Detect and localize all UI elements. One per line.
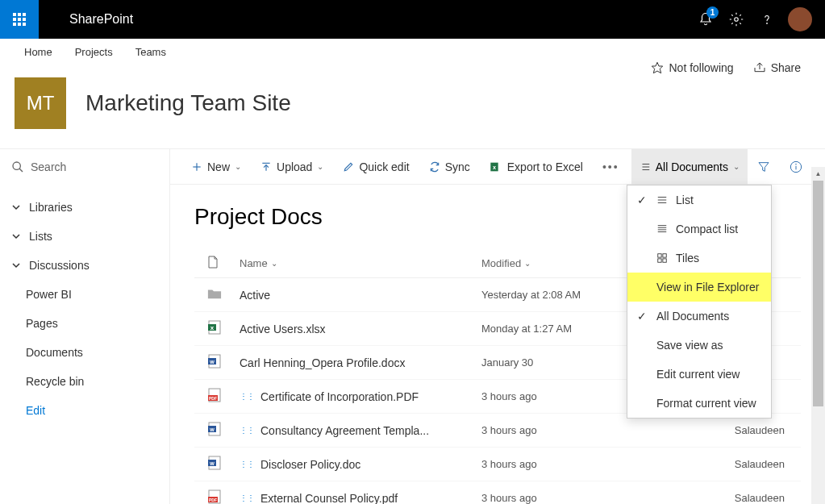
share-icon: [753, 61, 766, 74]
search-icon: [11, 160, 24, 173]
nav-section-label: Discussions: [29, 259, 90, 272]
follow-button[interactable]: Not following: [651, 61, 733, 74]
follow-share-row: Not following Share: [651, 61, 801, 74]
follow-label: Not following: [669, 61, 733, 74]
file-type-icon: PDF: [194, 388, 240, 405]
nav-item-recyclebin[interactable]: Recycle bin: [0, 367, 169, 396]
nav-item-powerbi[interactable]: Power BI: [0, 280, 169, 309]
app-launcher[interactable]: [0, 0, 39, 39]
site-logo[interactable]: MT: [15, 77, 66, 129]
filter-icon: [757, 160, 770, 173]
nav-item-pages[interactable]: Pages: [0, 309, 169, 338]
dd-save-as[interactable]: Save view as: [627, 331, 771, 360]
table-row[interactable]: w⋮⋮Consultancy Agreement Templa...3 hour…: [194, 414, 801, 448]
file-name[interactable]: ⋮⋮Discloser Policy.doc: [240, 458, 481, 471]
notifications-button[interactable]: 1: [696, 10, 715, 29]
file-icon: [207, 256, 219, 269]
dd-compact[interactable]: Compact list: [627, 215, 771, 244]
app-name[interactable]: SharePoint: [69, 12, 133, 27]
scroll-up-arrow[interactable]: ▲: [811, 167, 825, 181]
topnav-teams[interactable]: Teams: [135, 46, 166, 58]
svg-text:PDF: PDF: [209, 396, 217, 401]
svg-point-9: [735, 18, 739, 22]
nav-section-libraries[interactable]: Libraries: [0, 193, 169, 222]
upload-button[interactable]: Upload ⌄: [252, 149, 331, 185]
help-icon: [760, 12, 774, 27]
view-dropdown: ✓ List Compact list Tiles View in File E…: [627, 185, 772, 419]
file-name[interactable]: Active Users.xlsx: [240, 323, 481, 335]
modified-by: Salaudeen: [643, 458, 801, 470]
quick-edit-button[interactable]: Quick edit: [335, 149, 417, 185]
ellipsis-icon: •••: [602, 160, 619, 173]
new-button[interactable]: New ⌄: [183, 149, 249, 185]
vertical-scrollbar[interactable]: ▲: [811, 167, 825, 504]
svg-rect-36: [658, 259, 661, 262]
info-icon: [790, 160, 802, 173]
scroll-thumb[interactable]: [813, 181, 823, 406]
svg-marker-23: [759, 162, 769, 171]
file-type-icon: x: [194, 320, 240, 337]
file-type-icon: w: [194, 456, 240, 473]
file-name[interactable]: Active: [240, 289, 481, 302]
cmd-label: Upload: [277, 160, 312, 173]
settings-button[interactable]: [727, 10, 746, 29]
svg-rect-3: [13, 18, 16, 21]
table-row[interactable]: w⋮⋮Discloser Policy.doc3 hours agoSalaud…: [194, 448, 801, 481]
dd-tiles[interactable]: Tiles: [627, 244, 771, 273]
avatar[interactable]: [788, 7, 812, 31]
info-button[interactable]: [780, 149, 812, 185]
help-button[interactable]: [757, 10, 777, 29]
dd-edit-view[interactable]: Edit current view: [627, 360, 771, 389]
col-name-header[interactable]: Name ⌄: [240, 257, 481, 269]
nav-item-documents[interactable]: Documents: [0, 338, 169, 367]
dd-format-view[interactable]: Format current view: [627, 389, 771, 418]
modified-date: 3 hours ago: [481, 390, 643, 402]
search-box[interactable]: Search: [0, 149, 169, 185]
cmdbar-right: All Documents ⌄: [631, 149, 812, 185]
more-button[interactable]: •••: [594, 149, 627, 185]
suite-bar: SharePoint 1: [0, 0, 825, 39]
export-excel-button[interactable]: x Export to Excel: [481, 149, 591, 185]
col-type-icon[interactable]: [194, 256, 240, 271]
dd-label: Format current view: [656, 397, 756, 410]
dd-label: List: [676, 194, 694, 206]
tiles-icon: [656, 252, 668, 264]
filter-button[interactable]: [748, 149, 780, 185]
nav-section-lists[interactable]: Lists: [0, 222, 169, 251]
dd-label: Save view as: [656, 339, 723, 352]
nav-section-label: Libraries: [29, 201, 73, 214]
modified-date: January 30: [481, 356, 643, 369]
check-icon: ✓: [637, 194, 648, 206]
col-modified-header[interactable]: Modified ⌄: [481, 257, 643, 269]
svg-text:w: w: [209, 359, 215, 364]
dd-all-documents[interactable]: ✓ All Documents: [627, 302, 771, 331]
plus-icon: [191, 161, 202, 173]
view-selector[interactable]: All Documents ⌄: [631, 149, 748, 185]
file-name[interactable]: Carl Henning_Opera Profile.docx: [240, 356, 481, 369]
modified-date: 3 hours ago: [481, 458, 643, 470]
file-name[interactable]: ⋮⋮Consultancy Agreement Templa...: [240, 424, 481, 437]
file-type-icon: w: [194, 422, 240, 439]
suite-bar-right: 1: [696, 7, 825, 31]
nav-item-edit[interactable]: Edit: [0, 396, 169, 425]
table-row[interactable]: PDF⋮⋮External Counsel Policy.pdf3 hours …: [194, 481, 801, 504]
modified-date: Yesterday at 2:08 AM: [481, 289, 643, 301]
chevron-down-icon: ⌄: [235, 162, 241, 171]
sync-icon: [429, 161, 440, 173]
excel-icon: x: [490, 160, 502, 173]
file-name[interactable]: ⋮⋮Certificate of Incorporation.PDF: [240, 390, 481, 403]
dd-list[interactable]: ✓ List: [627, 185, 771, 215]
topnav-projects[interactable]: Projects: [75, 46, 113, 58]
dd-file-explorer[interactable]: View in File Explorer: [627, 273, 771, 302]
chevron-down-icon: ⌄: [733, 162, 740, 171]
svg-point-12: [13, 162, 20, 169]
nav-section-discussions[interactable]: Discussions: [0, 251, 169, 280]
topnav-home[interactable]: Home: [24, 46, 52, 58]
left-nav: Libraries Lists Discussions Power BI Pag…: [0, 185, 169, 433]
svg-rect-2: [23, 13, 26, 16]
site-title[interactable]: Marketing Team Site: [85, 90, 291, 116]
col-label: Name: [240, 257, 268, 269]
file-name[interactable]: ⋮⋮External Counsel Policy.pdf: [240, 492, 481, 505]
share-button[interactable]: Share: [753, 61, 801, 74]
sync-button[interactable]: Sync: [421, 149, 478, 185]
